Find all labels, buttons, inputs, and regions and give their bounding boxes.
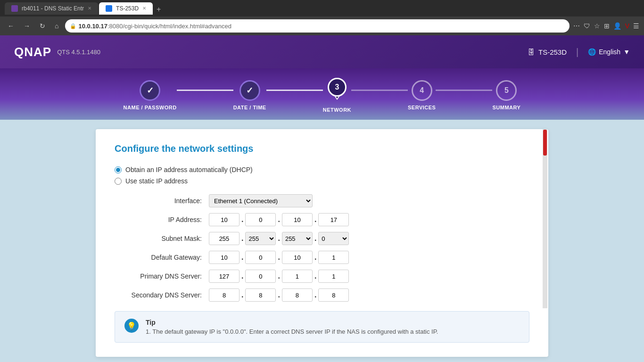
qnap-logo: QNAP bbox=[14, 45, 51, 59]
address-bar-row: ← → ↻ ⌂ 🔒 10.0.10.17 :8080/cgi-bin/quick… bbox=[0, 16, 644, 35]
step-1-circle: ✓ bbox=[140, 80, 160, 101]
primary-dns-octet-2[interactable] bbox=[245, 270, 276, 283]
ip-octet-2[interactable] bbox=[245, 213, 276, 226]
secondary-dns-octet-1[interactable] bbox=[209, 288, 239, 302]
menu-dots-icon[interactable]: ⋯ bbox=[573, 22, 580, 30]
new-tab-button[interactable]: + bbox=[154, 4, 164, 15]
vpn-icon[interactable]: V bbox=[625, 22, 629, 30]
interface-field-label: Interface: bbox=[115, 197, 209, 205]
secondary-dns-label: Secondary DNS Server: bbox=[115, 291, 209, 299]
tab-ts253d[interactable]: TS-253D ✕ bbox=[99, 2, 153, 15]
browser-tabs: rb4011 - DNS Static Entr ✕ TS-253D ✕ + bbox=[5, 2, 639, 15]
tab-favicon-2 bbox=[106, 5, 112, 12]
subnet-mask-row: Subnet Mask: . 255 . 255 . 0 bbox=[115, 232, 529, 245]
primary-dns-octet-4[interactable] bbox=[318, 270, 349, 283]
gateway-octet-1[interactable] bbox=[209, 251, 239, 264]
secondary-dns-octet-4[interactable] bbox=[318, 288, 349, 302]
subnet-octet-2-select[interactable]: 255 bbox=[245, 232, 276, 245]
gateway-octet-2[interactable] bbox=[245, 251, 276, 264]
ip-dot-1: . bbox=[241, 215, 243, 224]
tip-bulb-icon: 💡 bbox=[124, 319, 139, 333]
qts-version: QTS 4.5.1.1480 bbox=[57, 49, 100, 56]
header-separator: | bbox=[576, 47, 578, 58]
refresh-button[interactable]: ↻ bbox=[37, 20, 48, 32]
address-path: :8080/cgi-bin/quick/html/index.html#adva… bbox=[107, 23, 231, 30]
step-2-container: ✓ DATE / TIME bbox=[233, 80, 266, 110]
star-icon[interactable]: ☆ bbox=[594, 22, 600, 30]
ip-octet-3[interactable] bbox=[282, 213, 313, 226]
subnet-dot-3: . bbox=[314, 234, 316, 243]
step-3-container: 3 NETWORK bbox=[323, 78, 351, 113]
header-right: 🗄 TS-253D | 🌐 English ▼ bbox=[528, 47, 630, 58]
subnet-octet-4-select[interactable]: 0 bbox=[318, 232, 349, 245]
gateway-dot-1: . bbox=[241, 253, 243, 262]
step-4-container: 4 SERVICES bbox=[408, 80, 436, 110]
primary-dns-octet-3[interactable] bbox=[282, 270, 313, 283]
config-title: Configure the network settings bbox=[115, 143, 529, 154]
step-2-label: DATE / TIME bbox=[233, 105, 266, 110]
wizard-steps: ✓ NAME / PASSWORD ✓ DATE / TIME 3 NE bbox=[0, 68, 644, 120]
home-button[interactable]: ⌂ bbox=[52, 20, 61, 32]
subnet-mask-fields: . 255 . 255 . 0 bbox=[209, 232, 349, 245]
extensions-icon[interactable]: ⊞ bbox=[604, 22, 610, 30]
secondary-dns-octet-2[interactable] bbox=[245, 288, 276, 302]
back-button[interactable]: ← bbox=[5, 20, 17, 32]
gateway-octet-3[interactable] bbox=[282, 251, 313, 264]
step-3: 3 NETWORK bbox=[323, 78, 351, 113]
ip-octet-1[interactable] bbox=[209, 213, 239, 226]
tab-favicon-1 bbox=[11, 5, 18, 12]
dhcp-label: Obtain an IP address automatically (DHCP… bbox=[125, 166, 253, 173]
forward-button[interactable]: → bbox=[21, 20, 33, 32]
secondary-dns-fields: . . . bbox=[209, 288, 349, 302]
device-name: 🗄 TS-253D bbox=[528, 48, 567, 56]
step-5-circle: 5 bbox=[496, 80, 517, 101]
dhcp-option[interactable]: Obtain an IP address automatically (DHCP… bbox=[115, 166, 529, 173]
config-card: Configure the network settings Obtain an… bbox=[96, 129, 548, 357]
tip-text: 1. The default gateway IP is "0.0.0.0". … bbox=[146, 328, 438, 335]
tab-close-2[interactable]: ✕ bbox=[142, 6, 146, 11]
shield-icon[interactable]: 🛡 bbox=[584, 22, 590, 30]
address-bar[interactable]: 🔒 10.0.10.17 :8080/cgi-bin/quick/html/in… bbox=[65, 19, 569, 33]
secondary-dns-octet-3[interactable] bbox=[282, 288, 313, 302]
tab-close-1[interactable]: ✕ bbox=[88, 6, 91, 11]
static-option[interactable]: Use static IP address bbox=[115, 177, 529, 185]
content-wrapper: Configure the network settings Obtain an… bbox=[0, 120, 644, 357]
gateway-fields: . . . bbox=[209, 251, 349, 264]
secondary-dns-dot-1: . bbox=[241, 291, 243, 299]
language-selector[interactable]: 🌐 English ▼ bbox=[588, 48, 630, 56]
ip-address-label: IP Address: bbox=[115, 216, 209, 223]
subnet-dot-2: . bbox=[278, 234, 280, 243]
static-radio[interactable] bbox=[115, 178, 122, 185]
gateway-octet-4[interactable] bbox=[318, 251, 349, 264]
dhcp-radio[interactable] bbox=[115, 166, 122, 173]
logo-area: QNAP QTS 4.5.1.1480 bbox=[14, 45, 100, 59]
ip-options: Obtain an IP address automatically (DHCP… bbox=[115, 166, 529, 185]
secondary-dns-dot-2: . bbox=[278, 291, 280, 299]
step-5-number: 5 bbox=[504, 86, 509, 95]
subnet-dot-1: . bbox=[241, 234, 243, 243]
profile-icon[interactable]: 👤 bbox=[613, 22, 621, 30]
ip-octet-4[interactable] bbox=[318, 213, 349, 226]
tab-label-1: rb4011 - DNS Static Entr bbox=[22, 5, 84, 12]
secondary-dns-row: Secondary DNS Server: . . . bbox=[115, 288, 529, 302]
step-4-circle: 4 bbox=[412, 80, 432, 101]
subnet-octet-1[interactable] bbox=[209, 232, 239, 245]
tab-label-2: TS-253D bbox=[116, 5, 139, 12]
step-1-checkmark: ✓ bbox=[147, 85, 154, 96]
primary-dns-row: Primary DNS Server: . . . bbox=[115, 270, 529, 283]
interface-select[interactable]: Ethernet 1 (Connected) bbox=[209, 194, 313, 207]
subnet-octet-3-select[interactable]: 255 bbox=[282, 232, 313, 245]
ip-address-fields: . . . bbox=[209, 213, 349, 226]
step-4: 4 SERVICES bbox=[408, 80, 436, 110]
step-5-label: SUMMARY bbox=[492, 105, 520, 110]
tab-rb4011[interactable]: rb4011 - DNS Static Entr ✕ bbox=[5, 2, 98, 15]
scrollbar-thumb[interactable] bbox=[543, 130, 547, 156]
device-label: TS-253D bbox=[538, 48, 567, 56]
menu-icon[interactable]: ☰ bbox=[633, 22, 639, 30]
step-4-label: SERVICES bbox=[408, 105, 436, 110]
gateway-dot-3: . bbox=[314, 253, 316, 262]
primary-dns-octet-1[interactable] bbox=[209, 270, 239, 283]
step-5: 5 SUMMARY bbox=[492, 80, 520, 110]
step-3-label: NETWORK bbox=[323, 107, 351, 113]
app-header: QNAP QTS 4.5.1.1480 🗄 TS-253D | 🌐 Englis… bbox=[0, 35, 644, 68]
